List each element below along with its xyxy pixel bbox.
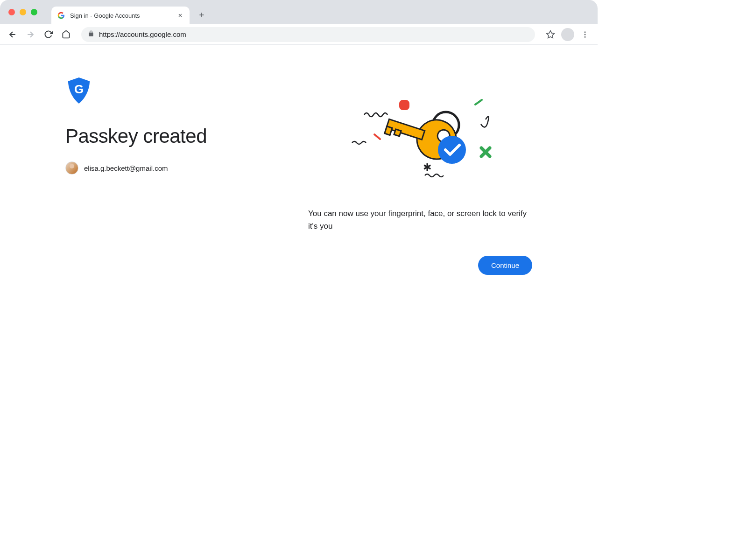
svg-line-6 [475, 100, 482, 105]
svg-text:✱: ✱ [423, 161, 431, 173]
back-button[interactable] [6, 28, 20, 42]
right-column: ✱ [308, 77, 532, 275]
lock-icon [88, 30, 94, 38]
account-email: elisa.g.beckett@gmail.com [84, 164, 168, 172]
continue-button[interactable]: Continue [478, 256, 532, 275]
page-content: G Passkey created elisa.g.beckett@gmail.… [0, 45, 598, 275]
account-avatar-icon [65, 161, 78, 175]
kebab-menu-icon[interactable] [578, 28, 592, 42]
tab-close-icon[interactable] [176, 12, 184, 19]
svg-marker-0 [547, 30, 555, 38]
svg-point-15 [438, 136, 466, 164]
google-shield-icon: G [67, 77, 280, 106]
browser-toolbar: https://accounts.google.com [0, 24, 598, 45]
svg-point-2 [585, 34, 586, 35]
description-text: You can now use your fingerprint, face, … [308, 207, 532, 232]
svg-point-3 [585, 36, 586, 37]
svg-line-7 [374, 134, 380, 139]
window-maximize-button[interactable] [31, 9, 37, 15]
home-button[interactable] [59, 28, 73, 42]
window-close-button[interactable] [8, 9, 15, 15]
svg-text:G: G [74, 82, 84, 96]
svg-rect-5 [399, 100, 409, 110]
account-chip[interactable]: elisa.g.beckett@gmail.com [65, 161, 168, 175]
window-controls [8, 9, 37, 15]
svg-point-1 [585, 31, 586, 33]
url-text: https://accounts.google.com [99, 30, 186, 38]
new-tab-button[interactable] [195, 8, 208, 21]
browser-tab[interactable]: Sign in - Google Accounts [51, 7, 190, 24]
profile-avatar[interactable] [561, 28, 574, 41]
google-favicon-icon [57, 11, 65, 20]
page-heading: Passkey created [65, 125, 280, 147]
browser-chrome: Sign in - Google Accounts [0, 0, 598, 45]
bookmark-star-icon[interactable] [543, 28, 557, 42]
left-column: G Passkey created elisa.g.beckett@gmail.… [65, 77, 280, 275]
tab-title: Sign in - Google Accounts [70, 12, 172, 19]
forward-button[interactable] [23, 28, 37, 42]
reload-button[interactable] [41, 28, 55, 42]
address-bar[interactable]: https://accounts.google.com [81, 27, 535, 42]
svg-rect-14 [394, 129, 401, 136]
passkey-illustration: ✱ [331, 91, 509, 194]
button-row: Continue [308, 256, 532, 275]
svg-rect-13 [385, 126, 392, 135]
window-minimize-button[interactable] [20, 9, 26, 15]
tab-strip: Sign in - Google Accounts [0, 0, 598, 24]
